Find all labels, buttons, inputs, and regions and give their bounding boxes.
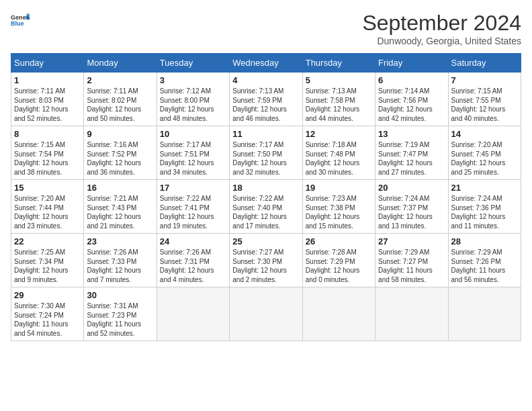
day-number: 6 (378, 75, 445, 85)
day-number: 13 (378, 129, 445, 139)
day-number: 16 (87, 183, 153, 193)
table-row: 8 Sunrise: 7:15 AMSunset: 7:54 PMDayligh… (11, 126, 84, 180)
table-row: 6 Sunrise: 7:14 AMSunset: 7:56 PMDayligh… (375, 73, 448, 126)
table-row: 24 Sunrise: 7:26 AMSunset: 7:31 PMDaylig… (157, 234, 229, 287)
day-info: Sunrise: 7:29 AMSunset: 7:26 PMDaylight:… (451, 248, 518, 284)
day-info: Sunrise: 7:17 AMSunset: 7:51 PMDaylight:… (160, 140, 226, 177)
day-info: Sunrise: 7:11 AMSunset: 8:03 PMDaylight:… (14, 87, 81, 123)
day-number: 19 (306, 183, 372, 193)
day-number: 22 (14, 236, 81, 246)
day-info: Sunrise: 7:15 AMSunset: 7:54 PMDaylight:… (14, 140, 81, 177)
day-info: Sunrise: 7:22 AMSunset: 7:40 PMDaylight:… (232, 194, 299, 230)
day-info: Sunrise: 7:27 AMSunset: 7:30 PMDaylight:… (232, 248, 299, 284)
day-number: 20 (378, 183, 445, 193)
day-info: Sunrise: 7:24 AMSunset: 7:36 PMDaylight:… (451, 194, 518, 230)
table-row: 20 Sunrise: 7:24 AMSunset: 7:37 PMDaylig… (375, 180, 448, 234)
table-row: 3 Sunrise: 7:12 AMSunset: 8:00 PMDayligh… (157, 73, 229, 126)
table-row: 18 Sunrise: 7:22 AMSunset: 7:40 PMDaylig… (230, 180, 302, 234)
logo: General Blue (11, 11, 30, 30)
table-row: 16 Sunrise: 7:21 AMSunset: 7:43 PMDaylig… (84, 180, 157, 234)
day-number: 5 (306, 75, 372, 85)
table-row: 14 Sunrise: 7:20 AMSunset: 7:45 PMDaylig… (448, 126, 521, 180)
table-row: 28 Sunrise: 7:29 AMSunset: 7:26 PMDaylig… (448, 234, 521, 287)
page-header: General Blue September 2024 Dunwoody, Ge… (11, 11, 521, 46)
table-row: 4 Sunrise: 7:13 AMSunset: 7:59 PMDayligh… (230, 73, 302, 126)
day-info: Sunrise: 7:11 AMSunset: 8:02 PMDaylight:… (87, 87, 153, 123)
day-number: 18 (232, 183, 299, 193)
day-number: 17 (160, 183, 226, 193)
svg-text:Blue: Blue (11, 20, 24, 27)
table-row: 17 Sunrise: 7:22 AMSunset: 7:41 PMDaylig… (157, 180, 229, 234)
day-info: Sunrise: 7:21 AMSunset: 7:43 PMDaylight:… (87, 194, 153, 230)
day-number: 11 (232, 129, 299, 139)
table-row: 11 Sunrise: 7:17 AMSunset: 7:50 PMDaylig… (230, 126, 302, 180)
location-subtitle: Dunwoody, Georgia, United States (362, 36, 521, 46)
col-monday: Monday (84, 54, 157, 73)
day-info: Sunrise: 7:20 AMSunset: 7:45 PMDaylight:… (451, 140, 518, 177)
day-info: Sunrise: 7:17 AMSunset: 7:50 PMDaylight:… (232, 140, 299, 177)
table-row: 23 Sunrise: 7:26 AMSunset: 7:33 PMDaylig… (84, 234, 157, 287)
day-info: Sunrise: 7:22 AMSunset: 7:41 PMDaylight:… (160, 194, 226, 230)
day-info: Sunrise: 7:16 AMSunset: 7:52 PMDaylight:… (87, 140, 153, 177)
day-info: Sunrise: 7:18 AMSunset: 7:48 PMDaylight:… (306, 140, 372, 177)
calendar-week-3: 15 Sunrise: 7:20 AMSunset: 7:44 PMDaylig… (11, 180, 521, 234)
table-row: 30 Sunrise: 7:31 AMSunset: 7:23 PMDaylig… (84, 287, 157, 341)
table-row: 25 Sunrise: 7:27 AMSunset: 7:30 PMDaylig… (230, 234, 302, 287)
table-row (448, 287, 521, 341)
col-friday: Friday (375, 54, 448, 73)
day-number: 3 (160, 75, 226, 85)
table-row (157, 287, 229, 341)
table-row: 2 Sunrise: 7:11 AMSunset: 8:02 PMDayligh… (84, 73, 157, 126)
day-info: Sunrise: 7:15 AMSunset: 7:55 PMDaylight:… (451, 87, 518, 123)
day-number: 9 (87, 129, 153, 139)
table-row (230, 287, 302, 341)
calendar-week-1: 1 Sunrise: 7:11 AMSunset: 8:03 PMDayligh… (11, 73, 521, 126)
calendar-week-4: 22 Sunrise: 7:25 AMSunset: 7:34 PMDaylig… (11, 234, 521, 287)
col-tuesday: Tuesday (157, 54, 229, 73)
day-number: 23 (87, 236, 153, 246)
day-number: 26 (306, 236, 372, 246)
day-number: 7 (451, 75, 518, 85)
day-number: 30 (87, 290, 153, 300)
table-row: 19 Sunrise: 7:23 AMSunset: 7:38 PMDaylig… (302, 180, 375, 234)
col-wednesday: Wednesday (230, 54, 302, 73)
table-row: 27 Sunrise: 7:29 AMSunset: 7:27 PMDaylig… (375, 234, 448, 287)
day-info: Sunrise: 7:20 AMSunset: 7:44 PMDaylight:… (14, 194, 81, 230)
title-section: September 2024 Dunwoody, Georgia, United… (362, 11, 521, 46)
table-row: 26 Sunrise: 7:28 AMSunset: 7:29 PMDaylig… (302, 234, 375, 287)
day-number: 14 (451, 129, 518, 139)
col-sunday: Sunday (11, 54, 84, 73)
day-info: Sunrise: 7:13 AMSunset: 7:59 PMDaylight:… (232, 87, 299, 123)
col-thursday: Thursday (302, 54, 375, 73)
day-info: Sunrise: 7:26 AMSunset: 7:33 PMDaylight:… (87, 248, 153, 284)
calendar-table: Sunday Monday Tuesday Wednesday Thursday… (11, 53, 521, 341)
table-row: 1 Sunrise: 7:11 AMSunset: 8:03 PMDayligh… (11, 73, 84, 126)
col-saturday: Saturday (448, 54, 521, 73)
day-number: 15 (14, 183, 81, 193)
day-info: Sunrise: 7:31 AMSunset: 7:23 PMDaylight:… (87, 302, 153, 338)
day-number: 28 (451, 236, 518, 246)
table-row: 9 Sunrise: 7:16 AMSunset: 7:52 PMDayligh… (84, 126, 157, 180)
header-row: Sunday Monday Tuesday Wednesday Thursday… (11, 54, 521, 73)
day-number: 27 (378, 236, 445, 246)
day-info: Sunrise: 7:23 AMSunset: 7:38 PMDaylight:… (306, 194, 372, 230)
day-info: Sunrise: 7:14 AMSunset: 7:56 PMDaylight:… (378, 87, 445, 123)
day-info: Sunrise: 7:25 AMSunset: 7:34 PMDaylight:… (14, 248, 81, 284)
logo-icon: General Blue (11, 11, 30, 30)
day-number: 4 (232, 75, 299, 85)
day-info: Sunrise: 7:29 AMSunset: 7:27 PMDaylight:… (378, 248, 445, 284)
day-info: Sunrise: 7:30 AMSunset: 7:24 PMDaylight:… (14, 302, 81, 338)
table-row: 7 Sunrise: 7:15 AMSunset: 7:55 PMDayligh… (448, 73, 521, 126)
table-row (375, 287, 448, 341)
day-number: 8 (14, 129, 81, 139)
table-row: 21 Sunrise: 7:24 AMSunset: 7:36 PMDaylig… (448, 180, 521, 234)
table-row: 13 Sunrise: 7:19 AMSunset: 7:47 PMDaylig… (375, 126, 448, 180)
table-row: 12 Sunrise: 7:18 AMSunset: 7:48 PMDaylig… (302, 126, 375, 180)
table-row: 15 Sunrise: 7:20 AMSunset: 7:44 PMDaylig… (11, 180, 84, 234)
day-info: Sunrise: 7:28 AMSunset: 7:29 PMDaylight:… (306, 248, 372, 284)
table-row: 29 Sunrise: 7:30 AMSunset: 7:24 PMDaylig… (11, 287, 84, 341)
day-info: Sunrise: 7:13 AMSunset: 7:58 PMDaylight:… (306, 87, 372, 123)
day-number: 25 (232, 236, 299, 246)
day-number: 29 (14, 290, 81, 300)
table-row: 10 Sunrise: 7:17 AMSunset: 7:51 PMDaylig… (157, 126, 229, 180)
